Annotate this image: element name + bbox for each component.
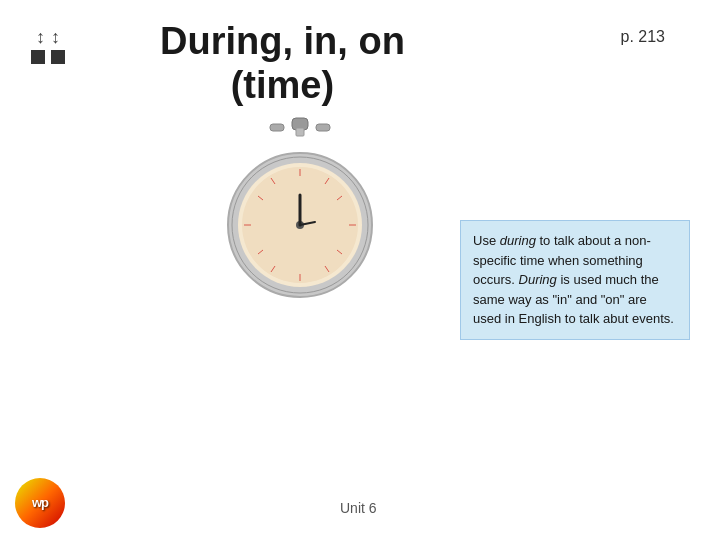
info-text: Use during to talk about a non-specific … xyxy=(473,233,674,326)
up-arrow-icon: ↕ xyxy=(36,27,45,48)
square-icon-right xyxy=(51,50,65,64)
move-resize-icon: ↕ ↕ xyxy=(18,18,78,73)
squares-row xyxy=(31,50,65,64)
stopwatch-svg xyxy=(220,110,380,310)
svg-rect-3 xyxy=(296,128,304,136)
svg-rect-2 xyxy=(316,124,330,131)
italic-during2: During xyxy=(519,272,557,287)
upright-arrow-icon: ↕ xyxy=(51,27,60,48)
wp-logo-inner: wp xyxy=(15,478,65,528)
arrows-row: ↕ ↕ xyxy=(36,27,60,48)
square-icon-left xyxy=(31,50,45,64)
italic-during1: during xyxy=(500,233,536,248)
stopwatch-illustration xyxy=(220,110,380,310)
page-reference: p. 213 xyxy=(621,28,665,46)
wp-text: wp xyxy=(32,495,48,510)
svg-rect-1 xyxy=(270,124,284,131)
page-title: During, in, on (time) xyxy=(160,20,405,107)
info-box: Use during to talk about a non-specific … xyxy=(460,220,690,340)
title-area: During, in, on (time) xyxy=(160,20,405,107)
wp-logo-icon: wp xyxy=(10,475,70,530)
unit-label: Unit 6 xyxy=(340,500,377,516)
